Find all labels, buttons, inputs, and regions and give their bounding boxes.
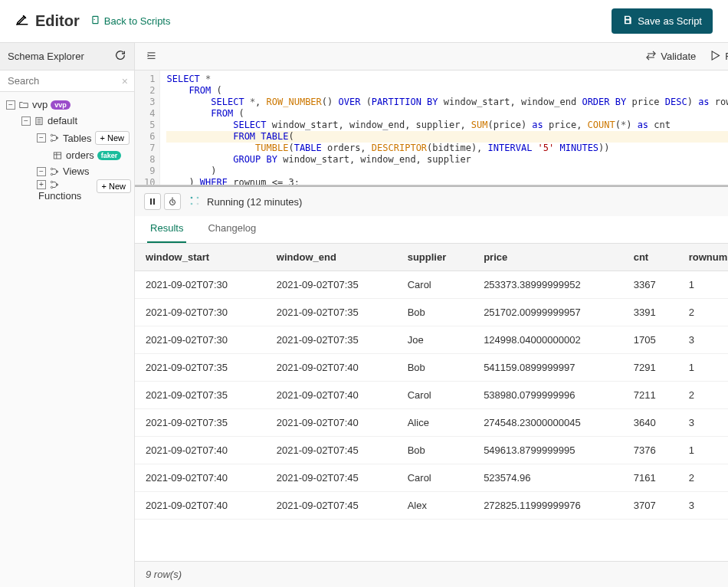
validate-button[interactable]: Validate (645, 50, 696, 64)
svg-point-10 (51, 186, 52, 188)
back-to-scripts-link[interactable]: Back to Scripts (90, 15, 171, 28)
code-line[interactable]: ) WHERE rownum <= 3; (166, 177, 728, 185)
column-header[interactable]: cnt (623, 244, 678, 271)
table-row[interactable]: 2021-09-02T07:402021-09-02T07:45Carol523… (135, 464, 728, 492)
table-cell: 3367 (623, 271, 678, 299)
toolbar-left (146, 50, 157, 64)
refresh-icon[interactable] (114, 49, 126, 64)
table-cell: 2021-09-02T07:35 (135, 382, 266, 409)
column-header[interactable]: price (473, 244, 623, 271)
table-cell: Bob (397, 354, 473, 382)
collapse-icon[interactable]: − (37, 167, 46, 176)
tab-results[interactable]: Results (147, 216, 186, 243)
svg-rect-13 (153, 198, 155, 205)
table-cell: Carol (397, 382, 473, 409)
table-cell: 541159.0899999997 (473, 354, 623, 382)
table-cell: 124998.04000000002 (473, 326, 623, 354)
code-line[interactable]: SELECT *, ROW_NUMBER() OVER (PARTITION B… (166, 97, 728, 108)
table-row[interactable]: 2021-09-02T07:402021-09-02T07:45Bob54961… (135, 437, 728, 464)
table-cell: Carol (397, 271, 473, 299)
tree-views[interactable]: − Views (3, 163, 131, 179)
code-line[interactable]: FROM ( (166, 85, 728, 97)
table-cell: 253373.38999999952 (473, 271, 623, 299)
editor-toolbar: Validate Run (135, 43, 728, 71)
results-table: window_startwindow_endsupplierpricecntro… (135, 244, 728, 520)
table-icon (52, 150, 63, 161)
running-indicator: Running (12 minutes) (189, 195, 302, 209)
results-footer: 9 row(s) (135, 561, 728, 587)
run-button[interactable]: Run (710, 50, 728, 64)
sql-editor[interactable]: 12345678910 SELECT * FROM ( SELECT *, RO… (135, 71, 728, 185)
code-line[interactable]: GROUP BY window_start, window_end, suppl… (166, 154, 728, 166)
svg-point-17 (191, 202, 193, 205)
table-cell: 549613.8799999995 (473, 437, 623, 464)
tree-tables[interactable]: − Tables + New (3, 129, 131, 147)
indent-icon[interactable] (146, 52, 157, 64)
back-arrow-icon (90, 15, 101, 28)
table-cell: 2 (678, 464, 728, 492)
table-cell: 2021-09-02T07:30 (135, 299, 266, 326)
code-line[interactable]: SELECT window_start, window_end, supplie… (166, 120, 728, 131)
header: Editor Back to Scripts Save as Script (0, 0, 728, 43)
tree-table-orders[interactable]: orders faker (3, 147, 131, 163)
pause-button[interactable] (144, 193, 161, 210)
column-header[interactable]: supplier (397, 244, 473, 271)
editor-area: Validate Run 12345678910 SELECT * FROM (… (135, 43, 728, 587)
table-row[interactable]: 2021-09-02T07:352021-09-02T07:40Carol538… (135, 382, 728, 409)
svg-point-7 (51, 173, 52, 175)
table-cell: 2021-09-02T07:35 (135, 409, 266, 437)
search-input[interactable] (0, 71, 134, 91)
table-cell: 1 (678, 437, 728, 464)
table-cell: 538980.0799999996 (473, 382, 623, 409)
collapse-icon[interactable]: − (37, 133, 46, 143)
tables-icon (49, 133, 60, 143)
code-line[interactable]: FROM TABLE( (166, 131, 728, 143)
tab-changelog[interactable]: Changelog (205, 216, 259, 243)
svg-point-3 (51, 139, 52, 141)
tree-root-vvp[interactable]: − vvp vvp (3, 97, 131, 113)
table-cell: 2021-09-02T07:30 (135, 271, 266, 299)
table-cell: 274548.23000000045 (473, 409, 623, 437)
column-header[interactable]: window_start (135, 244, 266, 271)
table-row[interactable]: 2021-09-02T07:352021-09-02T07:40Bob54115… (135, 354, 728, 382)
code-content[interactable]: SELECT * FROM ( SELECT *, ROW_NUMBER() O… (160, 71, 728, 185)
tree-default[interactable]: − default (3, 113, 131, 129)
results-table-wrap[interactable]: window_startwindow_endsupplierpricecntro… (135, 244, 728, 561)
table-row[interactable]: 2021-09-02T07:302021-09-02T07:35Bob25170… (135, 299, 728, 326)
column-header[interactable]: window_end (266, 244, 397, 271)
code-line[interactable]: ) (166, 166, 728, 177)
table-row[interactable]: 2021-09-02T07:352021-09-02T07:40Alice274… (135, 409, 728, 437)
run-icon (710, 50, 721, 64)
table-row[interactable]: 2021-09-02T07:402021-09-02T07:45Alex2728… (135, 492, 728, 520)
code-line[interactable]: TUMBLE(TABLE orders, DESCRIPTOR(bidtime)… (166, 143, 728, 154)
table-row[interactable]: 2021-09-02T07:302021-09-02T07:35Carol253… (135, 271, 728, 299)
clear-search-icon[interactable]: × (122, 75, 128, 87)
table-cell: 2021-09-02T07:35 (266, 326, 397, 354)
table-cell: 3391 (623, 299, 678, 326)
results-tabs: Results Changelog (135, 216, 728, 244)
code-line[interactable]: SELECT * (166, 74, 728, 85)
table-cell: 523574.96 (473, 464, 623, 492)
header-left: Editor Back to Scripts (15, 12, 170, 30)
svg-point-9 (51, 181, 52, 182)
table-cell: Alice (397, 409, 473, 437)
collapse-icon[interactable]: − (6, 100, 15, 110)
views-icon (49, 166, 60, 177)
save-as-script-button[interactable]: Save as Script (612, 8, 713, 34)
column-header[interactable]: rownum (678, 244, 728, 271)
collapse-icon[interactable]: − (21, 116, 31, 126)
table-cell: 2 (678, 382, 728, 409)
new-table-button[interactable]: + New (95, 131, 130, 145)
results-header: Running (12 minutes) ✕ (135, 187, 728, 216)
spinner-icon (189, 195, 201, 209)
new-function-button[interactable]: + New (97, 179, 131, 193)
table-cell: Bob (397, 299, 473, 326)
stopwatch-button[interactable] (164, 193, 181, 210)
table-row[interactable]: 2021-09-02T07:302021-09-02T07:35Joe12499… (135, 326, 728, 354)
expand-icon[interactable]: + (37, 180, 46, 189)
table-cell: 2021-09-02T07:35 (266, 299, 397, 326)
code-line[interactable]: FROM ( (166, 108, 728, 120)
tree-functions[interactable]: + Functions + New (3, 179, 131, 202)
table-cell: 2021-09-02T07:45 (266, 437, 397, 464)
table-cell: 2021-09-02T07:40 (135, 464, 266, 492)
